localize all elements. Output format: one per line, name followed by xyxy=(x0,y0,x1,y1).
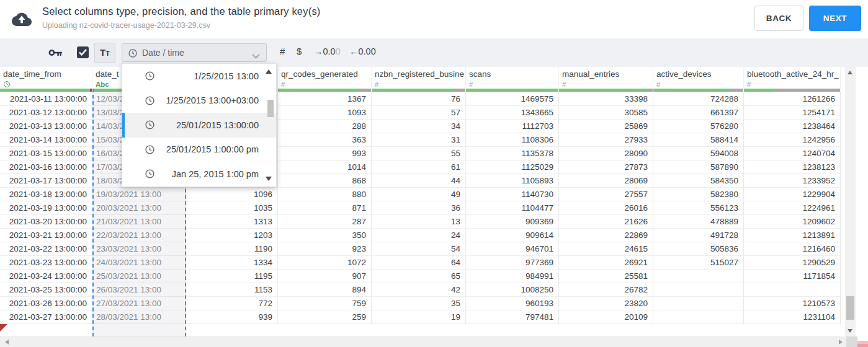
table-cell[interactable]: 2021-03-21 13:00:00 xyxy=(0,229,92,242)
table-cell[interactable]: 1213891 xyxy=(744,229,841,242)
menu-scrollbar-thumb[interactable] xyxy=(267,100,274,117)
table-cell[interactable]: 23/03/2021 13:00 xyxy=(92,242,186,256)
table-cell[interactable]: 2021-03-11 13:00:00 xyxy=(0,92,92,106)
table-cell[interactable]: 19/03/2021 13:00 xyxy=(92,188,186,201)
table-cell[interactable]: 1105893 xyxy=(466,174,559,188)
table-cell[interactable]: 20/03/2021 13:00 xyxy=(92,201,186,215)
table-cell[interactable]: 2021-03-23 13:00:00 xyxy=(0,256,92,270)
vertical-scrollbar-thumb[interactable] xyxy=(846,296,854,320)
table-cell[interactable]: 1171854 xyxy=(744,270,841,283)
horizontal-scrollbar[interactable] xyxy=(0,336,846,347)
checkbox-type-button[interactable] xyxy=(77,46,89,58)
datetime-format-option[interactable]: 1/25/2015 13:00+03:00 xyxy=(122,89,276,113)
column-header[interactable]: bluetooth_active_24_hr_# xyxy=(744,67,841,89)
back-button[interactable]: BACK xyxy=(754,6,803,31)
table-cell[interactable]: 76 xyxy=(372,92,466,106)
datetime-format-option[interactable]: Jan 25, 2015 1:00 pm xyxy=(122,162,276,187)
table-cell[interactable]: 1231104 xyxy=(744,310,841,324)
number-type-button[interactable]: # xyxy=(280,46,285,56)
table-cell[interactable]: 2021-03-17 13:00:00 xyxy=(0,174,92,188)
table-cell[interactable]: 24615 xyxy=(559,242,653,256)
table-cell[interactable]: 35 xyxy=(372,297,466,310)
datetime-format-select[interactable]: Date / time xyxy=(122,43,267,62)
table-cell[interactable]: 1261266 xyxy=(744,92,841,106)
column-header[interactable]: nzbn_registered_busine# xyxy=(372,67,466,89)
table-cell[interactable]: 28090 xyxy=(559,147,653,160)
column-header[interactable]: active_devices# xyxy=(653,67,744,89)
table-cell[interactable]: 894 xyxy=(278,283,372,297)
table-cell[interactable]: 724288 xyxy=(653,92,744,106)
table-cell[interactable]: 25869 xyxy=(559,120,653,133)
table-cell[interactable]: 977369 xyxy=(466,256,559,270)
primary-key-button[interactable] xyxy=(48,47,63,61)
table-cell[interactable]: 27557 xyxy=(559,188,653,201)
table-cell[interactable]: 1334 xyxy=(186,256,278,270)
table-cell[interactable]: 1190 xyxy=(186,242,278,256)
table-cell[interactable]: 27873 xyxy=(559,160,653,174)
table-cell[interactable]: 25/03/2021 13:00 xyxy=(92,270,186,283)
table-cell[interactable]: 797481 xyxy=(466,310,559,324)
table-cell[interactable]: 13 xyxy=(372,215,466,229)
table-cell[interactable]: 28/03/2021 13:00 xyxy=(92,310,186,324)
table-cell[interactable]: 491728 xyxy=(653,229,744,242)
table-cell[interactable]: 2021-03-18 13:00:00 xyxy=(0,188,92,201)
table-cell[interactable]: 582380 xyxy=(653,188,744,201)
table-cell[interactable]: 1469575 xyxy=(466,92,559,106)
table-cell[interactable]: 65 xyxy=(372,270,466,283)
table-cell[interactable]: 1014 xyxy=(278,160,372,174)
table-cell[interactable]: 1216460 xyxy=(744,242,841,256)
table-cell[interactable]: 259 xyxy=(278,310,372,324)
column-header[interactable]: qr_codes_generated# xyxy=(278,67,372,89)
table-cell[interactable]: 868 xyxy=(278,174,372,188)
table-cell[interactable] xyxy=(744,283,841,297)
table-cell[interactable]: 1313 xyxy=(186,215,278,229)
table-cell[interactable]: 288 xyxy=(278,120,372,133)
table-cell[interactable]: 1135378 xyxy=(466,147,559,160)
table-cell[interactable]: 25581 xyxy=(559,270,653,283)
column-header[interactable]: manual_entries# xyxy=(559,67,653,89)
table-cell[interactable]: 1112703 xyxy=(466,120,559,133)
datetime-format-option[interactable]: 1/25/2015 13:00 xyxy=(122,64,276,89)
table-cell[interactable]: 24/03/2021 13:00 xyxy=(92,256,186,270)
table-cell[interactable]: 993 xyxy=(278,147,372,160)
table-cell[interactable]: 2021-03-16 13:00:00 xyxy=(0,160,92,174)
table-cell[interactable]: 23820 xyxy=(559,297,653,310)
table-cell[interactable] xyxy=(653,270,744,283)
table-cell[interactable]: 909369 xyxy=(466,215,559,229)
table-cell[interactable]: 1125029 xyxy=(466,160,559,174)
table-cell[interactable]: 54 xyxy=(372,242,466,256)
scroll-down-icon[interactable] xyxy=(848,329,852,333)
table-cell[interactable]: 880 xyxy=(278,188,372,201)
datetime-format-option[interactable]: 25/01/2015 1:00:00 pm xyxy=(122,138,276,162)
table-cell[interactable]: 20109 xyxy=(559,310,653,324)
table-cell[interactable]: 2021-03-20 13:00:00 xyxy=(0,215,92,229)
table-cell[interactable]: 2021-03-26 13:00:00 xyxy=(0,297,92,310)
table-cell[interactable]: 36 xyxy=(372,201,466,215)
table-cell[interactable] xyxy=(653,283,744,297)
datetime-format-option[interactable]: 25/01/2015 13:00:00 xyxy=(122,113,276,138)
table-cell[interactable]: 31 xyxy=(372,133,466,147)
table-cell[interactable]: 478889 xyxy=(653,215,744,229)
table-cell[interactable]: 61 xyxy=(372,160,466,174)
table-cell[interactable]: 55 xyxy=(372,147,466,160)
table-cell[interactable]: 1096 xyxy=(186,188,278,201)
decrease-precision-button[interactable]: →0.00 xyxy=(314,46,341,56)
table-cell[interactable]: 1104477 xyxy=(466,201,559,215)
column-header[interactable]: scans# xyxy=(466,67,559,89)
table-cell[interactable]: 584350 xyxy=(653,174,744,188)
table-cell[interactable]: 1210573 xyxy=(744,297,841,310)
table-cell[interactable]: 363 xyxy=(278,133,372,147)
table-cell[interactable]: 26016 xyxy=(559,201,653,215)
table-cell[interactable]: 2021-03-13 13:00:00 xyxy=(0,120,92,133)
table-cell[interactable]: 772 xyxy=(186,297,278,310)
table-cell[interactable]: 1238123 xyxy=(744,160,841,174)
table-cell[interactable]: 30585 xyxy=(559,106,653,120)
scroll-right-icon[interactable] xyxy=(839,340,843,345)
table-cell[interactable]: 1093 xyxy=(278,106,372,120)
table-cell[interactable]: 587890 xyxy=(653,160,744,174)
table-cell[interactable]: 42 xyxy=(372,283,466,297)
table-cell[interactable]: 1367 xyxy=(278,92,372,106)
table-cell[interactable]: 2021-03-14 13:00:00 xyxy=(0,133,92,147)
table-cell[interactable]: 1072 xyxy=(278,256,372,270)
table-cell[interactable]: 2021-03-12 13:00:00 xyxy=(0,106,92,120)
